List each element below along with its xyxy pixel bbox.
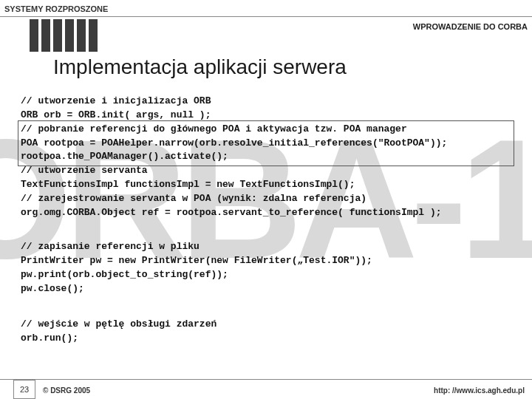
footer-rule bbox=[0, 379, 532, 380]
page-number: 23 bbox=[13, 380, 35, 399]
code-block-2: // zapisanie referencji w pliku PrintWri… bbox=[21, 240, 372, 296]
footer-url: http: //www.ics.agh.edu.pl bbox=[434, 386, 525, 395]
slide: CORBA-1 SYSTEMY ROZPROSZONE WPROWADZENIE… bbox=[0, 0, 532, 399]
code-block-3: // wejście w pętlę obsługi zdarzeń orb.r… bbox=[21, 318, 216, 346]
decorative-bars bbox=[30, 19, 98, 52]
header-subtitle: WPROWADZENIE DO CORBA bbox=[413, 22, 528, 31]
header-course: SYSTEMY ROZPROSZONE bbox=[4, 4, 108, 13]
header-rule bbox=[0, 16, 532, 17]
page-title: Implementacja aplikacji serwera bbox=[53, 55, 347, 79]
code-block-1: // utworzenie i inicjalizacja ORB ORB or… bbox=[21, 95, 447, 220]
footer-copyright: © DSRG 2005 bbox=[43, 386, 90, 395]
